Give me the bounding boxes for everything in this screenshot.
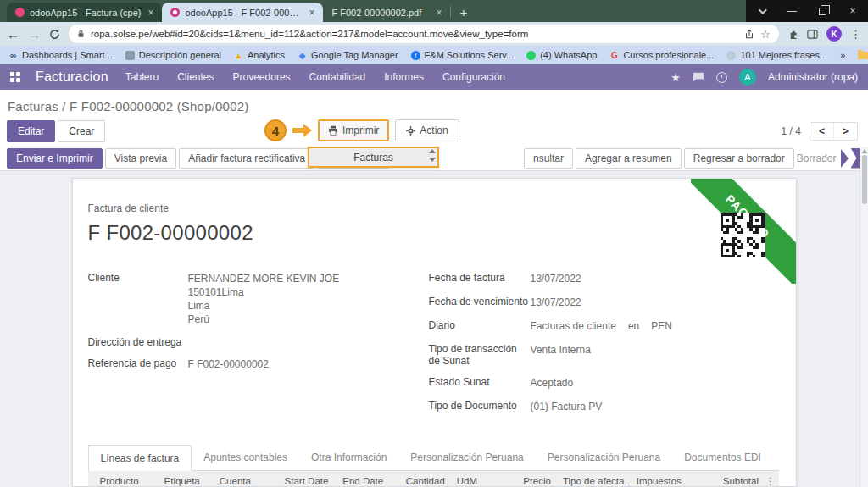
forward-icon[interactable]: → — [28, 28, 41, 41]
preview-button[interactable]: Vista previa — [105, 148, 176, 169]
star-icon[interactable]: ★ — [670, 71, 681, 84]
print-dropdown-item-facturas[interactable]: Facturas — [308, 147, 439, 168]
menu-tablero[interactable]: Tablero — [124, 71, 160, 83]
tab-close-icon[interactable]: × — [146, 7, 155, 19]
bookmark-item[interactable]: ∞Dashboards | Smart... — [8, 50, 113, 60]
browser-toolbar: ← → ropa.solse.pe/web#id=20&cids=1&menu_… — [0, 22, 868, 46]
tab-title: odooApp15 - F F002-00000002 — [185, 8, 302, 18]
bookmarks-bar: ∞Dashboards | Smart... Descripción gener… — [0, 46, 868, 64]
diario-value[interactable]: Facturas de clienteenPEN — [531, 319, 672, 334]
pager-value: 1 / 4 — [782, 125, 801, 137]
browser-tab-3[interactable]: F F002-00000002.pdf × — [323, 3, 450, 22]
whatsapp-icon — [526, 51, 536, 60]
tab-close-icon[interactable]: × — [434, 7, 443, 19]
bookmark-star-icon[interactable]: ☆ — [760, 28, 771, 41]
analytics-icon: ▲ — [234, 51, 243, 60]
tab-apuntes-contables[interactable]: Apuntes contables — [192, 445, 299, 470]
invoice-type-label: Factura de cliente — [88, 202, 779, 214]
print-button[interactable]: Imprimir — [318, 119, 389, 141]
activity-clock-icon[interactable] — [716, 72, 727, 83]
menu-clientes[interactable]: Clientes — [175, 71, 215, 83]
menu-contabilidad[interactable]: Contabilidad — [308, 71, 368, 83]
bookmark-item[interactable]: GCursos profesionale... — [609, 50, 714, 60]
tab-lineas-factura[interactable]: Líneas de factura — [88, 445, 192, 471]
app-name[interactable]: Facturacion — [36, 69, 108, 85]
bookmarks-overflow-icon[interactable]: » — [840, 50, 845, 60]
lock-icon — [77, 29, 85, 39]
referencia-pago-value[interactable]: F F002-00000002 — [188, 357, 269, 372]
tab-search-icon[interactable] — [746, 0, 776, 22]
tab-close-icon[interactable]: × — [307, 7, 316, 19]
invoice-fields: Cliente FERNANDEZ MORE KEVIN JOE 150101L… — [88, 272, 779, 423]
minimize-button[interactable]: — — [776, 0, 807, 22]
profile-avatar[interactable]: K — [826, 26, 842, 42]
invoice-sheet: PAGADO Factura de cliente F F002-0000000… — [72, 178, 797, 487]
tag-manager-icon: ◆ — [298, 51, 307, 60]
bookmark-item[interactable]: 101 Mejores frases... — [726, 50, 827, 60]
scrollbar-thumb[interactable] — [862, 155, 867, 204]
bookmark-item[interactable]: Descripción general — [125, 50, 221, 60]
close-button[interactable]: × — [837, 0, 868, 22]
fecha-factura-value[interactable]: 13/07/2022 — [531, 272, 581, 286]
tab-personalizacion-peruana-2[interactable]: Personalización Peruana — [536, 445, 672, 470]
back-icon[interactable]: ← — [7, 28, 19, 41]
estado-sunat-value[interactable]: Aceptado — [531, 376, 574, 390]
edit-button[interactable]: Editar — [7, 120, 55, 142]
cliente-value[interactable]: FERNANDEZ MORE KEVIN JOE 150101Lima Lima… — [188, 272, 340, 327]
tab-otra-informacion[interactable]: Otra Información — [299, 445, 398, 470]
invoice-lines-table: Producto Etiqueta Cuenta Start Date End … — [88, 471, 779, 487]
consult-button[interactable]: nsultar — [524, 148, 573, 169]
globe-icon — [726, 51, 736, 60]
bookmark-item[interactable]: fF&M Solutions Serv... — [411, 50, 515, 60]
apps-menu-icon[interactable] — [10, 72, 20, 82]
dropdown-scroll-arrows[interactable] — [429, 149, 436, 162]
browser-tab-2-active[interactable]: odooApp15 - F F002-00000002 × — [162, 3, 323, 22]
url-text[interactable]: ropa.solse.pe/web#id=20&cids=1&menu_id=1… — [91, 29, 738, 39]
vertical-scrollbar[interactable] — [860, 147, 868, 487]
user-avatar[interactable]: A — [739, 69, 756, 86]
browser-tab-1[interactable]: odooApp15 - Factura (cpe) × — [7, 3, 162, 22]
back-to-draft-button[interactable]: Regresar a borrador — [684, 148, 794, 169]
status-draft[interactable]: Borrador — [797, 152, 837, 164]
menu-proveedores[interactable]: Proveedores — [231, 71, 292, 83]
odoo-favicon — [170, 8, 180, 17]
restore-button[interactable] — [807, 0, 837, 22]
table-header-row: Producto Etiqueta Cuenta Start Date End … — [88, 471, 779, 487]
pager-next-icon[interactable]: > — [834, 123, 857, 140]
document-icon — [125, 51, 135, 60]
menu-informes[interactable]: Informes — [382, 71, 426, 83]
bookmark-item[interactable]: ◆Google Tag Manager — [298, 50, 398, 60]
user-name[interactable]: Administrator (ropa) — [768, 71, 858, 83]
new-tab-button[interactable]: + — [451, 5, 476, 22]
address-bar[interactable]: ropa.solse.pe/web#id=20&cids=1&menu_id=1… — [69, 25, 779, 43]
pager-previous-icon[interactable]: < — [810, 123, 834, 140]
tipo-documento-value[interactable]: (01) Factura PV — [531, 400, 603, 414]
extensions-icon[interactable] — [787, 29, 798, 40]
reload-icon[interactable] — [49, 29, 60, 40]
add-summary-button[interactable]: Agregar a resumen — [576, 148, 682, 169]
window-controls: — × — [746, 0, 868, 22]
print-action-group: 4 Imprimir Action — [264, 119, 459, 141]
tab-documentos-edi[interactable]: Documentos EDI — [672, 445, 773, 470]
share-icon[interactable] — [744, 29, 754, 39]
field-direccion-entrega: Dirección de entrega — [88, 336, 427, 348]
tipo-transaccion-value[interactable]: Venta Interna — [531, 343, 591, 367]
action-button[interactable]: Action — [395, 119, 459, 141]
create-button[interactable]: Crear — [58, 120, 105, 142]
credit-note-button[interactable]: Añadir factura rectificativa — [179, 148, 314, 169]
bookmark-item[interactable]: (4) WhatsApp — [526, 50, 597, 60]
chat-icon[interactable] — [693, 72, 704, 82]
fecha-vencimiento-value[interactable]: 13/07/2022 — [531, 296, 581, 310]
column-options-icon[interactable]: ⋮ — [762, 471, 779, 487]
tab-personalizacion-peruana-1[interactable]: Personalización Peruana — [398, 445, 535, 470]
breadcrumb[interactable]: Facturas / F F002-00000002 (Shop/0002) — [0, 90, 868, 117]
bookmark-item[interactable]: ▲Analytics — [234, 50, 285, 60]
menu-configuracion[interactable]: Configuración — [441, 71, 507, 83]
button-row: Editar Crear 4 Imprimir Action 1 / 4 < — [0, 117, 868, 146]
sidepanel-icon[interactable] — [807, 29, 818, 40]
scroll-up-icon[interactable] — [862, 149, 867, 153]
browser-menu-icon[interactable]: ⋮ — [850, 28, 861, 41]
other-bookmarks[interactable]: Otros marcadores — [858, 50, 868, 60]
annotation-step-badge: 4 — [264, 119, 287, 141]
send-print-button[interactable]: Enviar e Imprimir — [7, 148, 103, 169]
